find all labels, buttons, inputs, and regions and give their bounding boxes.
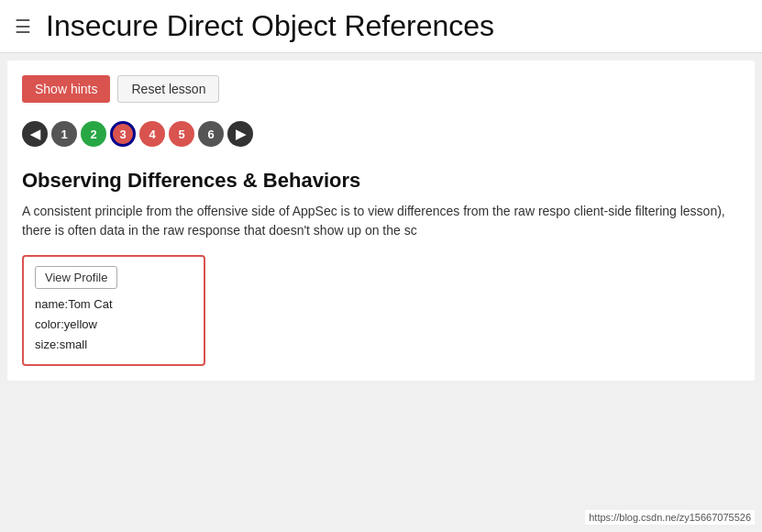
lesson-title: Observing Differences & Behaviors [22,169,740,193]
profile-box: View Profile name:Tom Cat color:yellow s… [22,255,205,366]
toolbar: Show hints Reset lesson [22,75,740,103]
profile-data: name:Tom Cat color:yellow size:small [35,294,193,355]
step-2-button[interactable]: 2 [81,121,106,147]
prev-step-button[interactable]: ◀ [22,121,48,147]
step-5-button[interactable]: 5 [169,121,194,147]
profile-color: color:yellow [35,315,193,335]
next-step-button[interactable]: ▶ [227,121,253,147]
step-1-button[interactable]: 1 [51,121,77,147]
show-hints-button[interactable]: Show hints [22,75,110,103]
page-title: Insecure Direct Object References [46,9,494,43]
hamburger-icon[interactable]: ☰ [15,16,31,38]
lesson-description: A consistent principle from the offensiv… [22,202,740,240]
header: ☰ Insecure Direct Object References [0,0,762,53]
step-6-button[interactable]: 6 [198,121,224,147]
reset-lesson-button[interactable]: Reset lesson [117,75,219,103]
view-profile-button[interactable]: View Profile [35,266,117,289]
profile-name: name:Tom Cat [35,294,193,315]
profile-size: size:small [35,335,193,355]
step-navigation: ◀ 1 2 3 4 5 6 ▶ [22,121,740,147]
step-3-button[interactable]: 3 [110,121,136,147]
main-content: Show hints Reset lesson ◀ 1 2 3 4 5 6 ▶ … [7,61,755,381]
url-hint: https://blog.csdn.ne/zy15667075526 [585,510,755,525]
step-4-button[interactable]: 4 [139,121,165,147]
